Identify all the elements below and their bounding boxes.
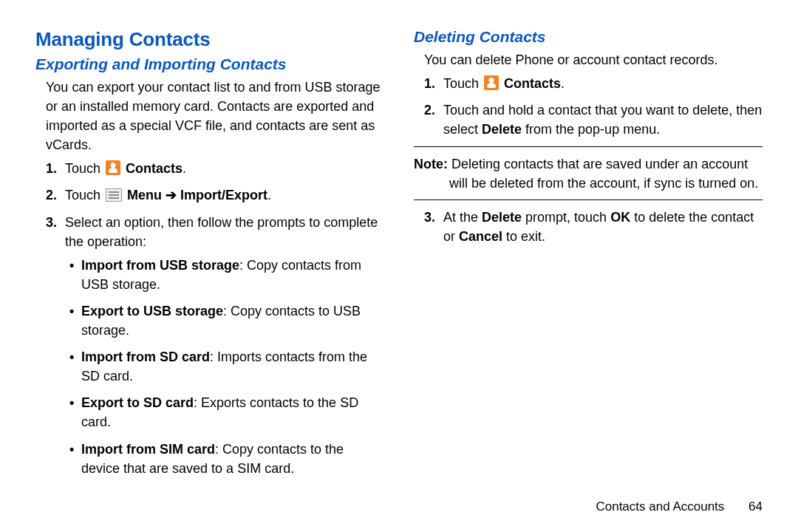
right-column: Deleting Contacts You can delete Phone o… <box>399 28 763 517</box>
divider <box>414 146 763 147</box>
step-1: 1. Touch Contacts. <box>46 159 384 178</box>
steps-deleting-cont: 3. At the Delete prompt, touch OK to del… <box>424 208 763 246</box>
menu-icon <box>106 188 122 202</box>
intro-export-import: You can export your contact list to and … <box>35 78 384 154</box>
step-2: 2. Touch Menu ➔ Import/Export. <box>46 185 384 205</box>
heading-managing-contacts: Managing Contacts <box>35 28 384 51</box>
opt-export-sd: Export to SD card: Exports contacts to t… <box>69 393 384 432</box>
manual-page: Managing Contacts Exporting and Importin… <box>0 0 798 532</box>
opt-import-sd: Import from SD card: Imports contacts fr… <box>69 347 384 386</box>
left-column: Managing Contacts Exporting and Importin… <box>35 28 399 517</box>
steps-deleting: 1. Touch Contacts. 2. Touch and hold a c… <box>424 74 763 139</box>
footer-section: Contacts and Accounts <box>596 499 724 514</box>
step-3: 3. Select an option, then follow the pro… <box>46 213 384 478</box>
note-block: Note: Deleting contacts that are saved u… <box>414 154 763 193</box>
page-number: 64 <box>748 499 763 514</box>
page-footer: Contacts and Accounts 64 <box>596 499 763 514</box>
intro-deleting: You can delete Phone or account contact … <box>414 50 763 69</box>
contacts-icon <box>484 75 499 90</box>
subheading-deleting: Deleting Contacts <box>414 28 763 46</box>
divider <box>414 200 763 200</box>
del-step-1: 1. Touch Contacts. <box>424 74 763 93</box>
subheading-export-import: Exporting and Importing Contacts <box>35 55 384 73</box>
opt-import-usb: Import from USB storage: Copy contacts f… <box>69 256 384 294</box>
del-step-2: 2. Touch and hold a contact that you wan… <box>424 100 763 139</box>
opt-export-usb: Export to USB storage: Copy contacts to … <box>69 301 384 340</box>
del-step-3: 3. At the Delete prompt, touch OK to del… <box>424 208 763 246</box>
opt-import-sim: Import from SIM card: Copy contacts to t… <box>69 440 384 478</box>
contacts-icon <box>106 160 120 175</box>
steps-export-import: 1. Touch Contacts. 2. Touch Menu ➔ Impor… <box>46 159 384 477</box>
options-list: Import from USB storage: Copy contacts f… <box>69 256 384 478</box>
